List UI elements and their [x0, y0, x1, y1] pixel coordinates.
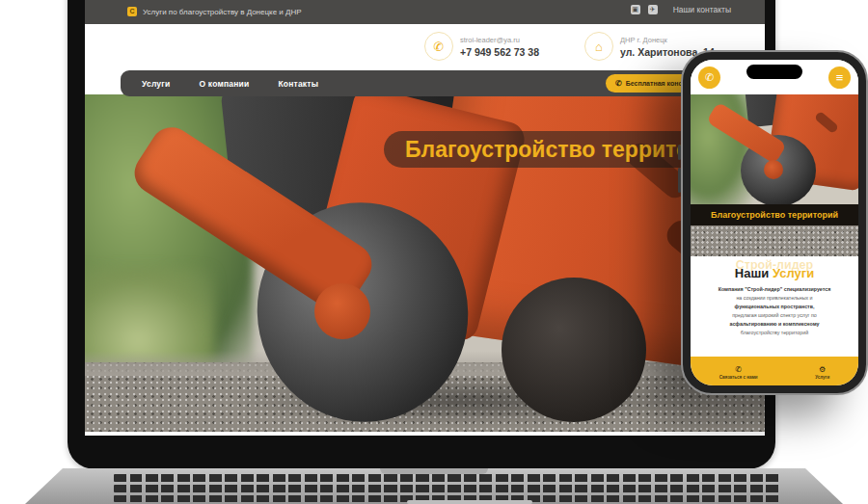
site-favicon-icon: С: [127, 7, 137, 16]
bottom-call-label: Связаться с нами: [719, 375, 758, 380]
browser-top-bar: С Услуги по благоустройству в Донецке и …: [85, 0, 765, 24]
phone-call-button[interactable]: ✆: [698, 66, 720, 89]
paragraph-line: асфальтированию и комплексному: [691, 320, 858, 329]
keyboard-row: [114, 474, 781, 482]
nav-item-services[interactable]: Услуги: [142, 79, 170, 89]
screen-bottom-strip: [85, 432, 765, 436]
call-icon: ✆: [735, 365, 742, 374]
social-icon-2[interactable]: ✈: [648, 5, 658, 14]
phone-contact-group[interactable]: ✆ stroi-leader@ya.ru +7 949 562 73 38: [424, 32, 539, 61]
bottom-call-button[interactable]: ✆ Связаться с нами: [719, 365, 758, 380]
contacts-link[interactable]: Наши контакты: [673, 5, 731, 14]
consultation-icon: ✆: [615, 79, 622, 88]
phone-asphalt-strip: [691, 225, 858, 256]
phone-icon: ✆: [424, 32, 453, 61]
phone-hero-title: Благоустройство территорий: [711, 210, 838, 220]
services-icon: ⚙: [819, 365, 826, 374]
phone-volume-button-up: [678, 145, 681, 160]
phone-menu-button[interactable]: ≡: [828, 66, 851, 89]
city-text: ДНР г. Донецк: [620, 36, 720, 44]
paragraph-line: на создании привлекательных и: [691, 294, 858, 303]
nav-item-about[interactable]: О компании: [199, 79, 249, 89]
laptop-base: [25, 468, 843, 504]
social-icon-1[interactable]: ▣: [631, 5, 640, 14]
paragraph-line: благоустройству территорий: [691, 329, 858, 337]
phone-hero-title-band: Благоустройство территорий: [691, 204, 858, 225]
main-navbar: Услуги О компании Контакты ✆ Бесплатная …: [121, 70, 730, 96]
services-section-title: Наши Услуги: [691, 266, 858, 280]
phone-number[interactable]: +7 949 562 73 38: [460, 46, 539, 58]
services-title-dark: Наши: [735, 266, 769, 280]
device-mockup-scene: С Услуги по благоустройству в Донецке и …: [0, 0, 868, 504]
site-header: ✆ stroi-leader@ya.ru +7 949 562 73 38 ⌂ …: [85, 24, 765, 70]
bottom-services-label: Услуги: [815, 375, 829, 380]
phone-screen: ✆ ≡ Благоустройство территорий: [691, 60, 858, 385]
bottom-services-button[interactable]: ⚙ Услуги: [815, 365, 829, 380]
hamburger-menu-icon: ≡: [836, 70, 844, 85]
email-text[interactable]: stroi-leader@ya.ru: [460, 36, 539, 44]
call-icon: ✆: [705, 71, 714, 84]
paragraph-line: предлагая широкий спектр услуг по: [691, 311, 858, 320]
keyboard-row: [114, 485, 781, 492]
phone-site-topbar: ✆ ≡: [691, 60, 858, 94]
laptop-screen: С Услуги по благоустройству в Донецке и …: [85, 0, 765, 436]
paragraph-line: Компания "Строй-лидер" специализируется: [691, 285, 858, 294]
phone-volume-button-down: [678, 168, 681, 193]
browser-tab-title[interactable]: Услуги по благоустройству в Донецке и ДН…: [143, 8, 302, 16]
home-icon: ⌂: [584, 32, 613, 61]
phone-notch: [746, 65, 802, 79]
phone-bottom-bar: ✆ Связаться с нами ⚙ Услуги: [691, 357, 858, 385]
phone-mockup: ✆ ≡ Благоустройство территорий: [681, 50, 868, 395]
roller-rear-wheel: [502, 278, 646, 422]
phone-roller-axle: [764, 160, 783, 179]
services-paragraph: Компания "Строй-лидер" специализируется …: [691, 285, 858, 337]
paragraph-line: функциональных пространств,: [691, 303, 858, 311]
roller-axle: [314, 283, 370, 339]
phone-hero-image: [691, 94, 858, 204]
services-title-accent: Услуги: [773, 266, 814, 280]
nav-item-contacts[interactable]: Контакты: [278, 79, 318, 89]
phone-services-section: Строй-лидер Наши Услуги Компания "Строй-…: [691, 256, 858, 357]
trackpad: [407, 500, 532, 504]
topbar-right-group: ▣ ✈ Наши контакты: [631, 5, 731, 14]
